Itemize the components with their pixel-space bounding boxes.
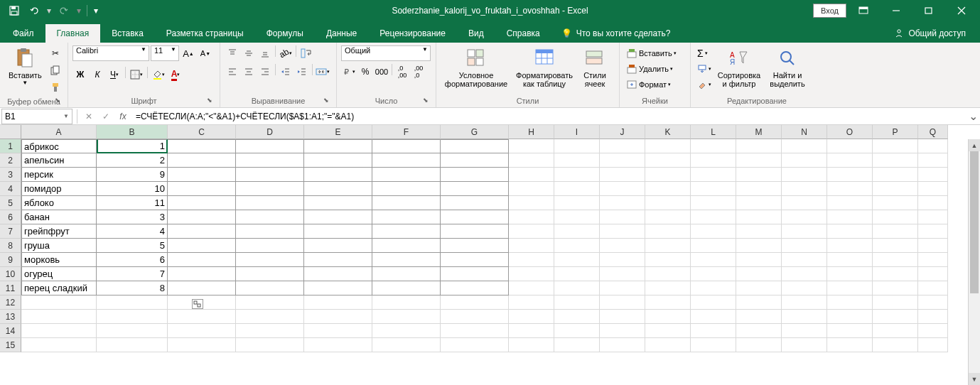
cell-I14[interactable] [554, 324, 600, 338]
row-header-4[interactable]: 4 [0, 182, 21, 196]
cell-F14[interactable] [372, 324, 441, 338]
vertical-scrollbar[interactable]: ▲ ▼ [968, 139, 980, 385]
undo-dropdown-icon[interactable]: ▾ [45, 2, 53, 19]
cell-M3[interactable] [736, 168, 782, 182]
format-as-table-button[interactable]: Форматировать как таблицу [513, 45, 576, 94]
cell-J12[interactable] [600, 295, 645, 310]
cell-F15[interactable] [372, 338, 441, 352]
cell-J10[interactable] [600, 267, 645, 281]
cell-G11[interactable] [441, 281, 509, 295]
cell-C11[interactable] [168, 281, 236, 295]
cell-J13[interactable] [600, 310, 645, 324]
cell-P11[interactable] [873, 281, 918, 295]
cell-L15[interactable] [691, 338, 736, 352]
cell-D4[interactable] [236, 182, 304, 196]
cell-P6[interactable] [873, 210, 918, 224]
cell-Q13[interactable] [918, 310, 948, 324]
cell-O7[interactable] [827, 224, 873, 239]
cell-D3[interactable] [236, 168, 304, 182]
cell-styles-button[interactable]: Стили ячеек [577, 45, 613, 94]
cell-M13[interactable] [736, 310, 782, 324]
row-header-15[interactable]: 15 [0, 338, 21, 352]
cell-K10[interactable] [645, 267, 691, 281]
cell-E11[interactable] [304, 281, 372, 295]
cell-I5[interactable] [554, 196, 600, 210]
redo-dropdown-icon[interactable]: ▾ [75, 2, 82, 19]
cell-J11[interactable] [600, 281, 645, 295]
cell-O10[interactable] [827, 267, 873, 281]
tab-data[interactable]: Данные [315, 24, 368, 43]
cell-B13[interactable] [97, 310, 168, 324]
cell-I12[interactable] [554, 295, 600, 310]
cell-E7[interactable] [304, 224, 372, 239]
cell-N5[interactable] [782, 196, 827, 210]
cell-Q11[interactable] [918, 281, 948, 295]
increase-decimal-button[interactable]: ,0,00 [394, 64, 410, 80]
accounting-format-button[interactable]: ₽▾ [341, 64, 357, 80]
cell-K3[interactable] [645, 168, 691, 182]
expand-formula-bar-button[interactable]: ⌄ [966, 109, 980, 123]
cell-A6[interactable]: банан [21, 210, 97, 224]
cell-L12[interactable] [691, 295, 736, 310]
cell-H13[interactable] [509, 310, 554, 324]
cut-button[interactable]: ✂ [48, 45, 63, 61]
tab-layout[interactable]: Разметка страницы [155, 24, 255, 43]
cell-N1[interactable] [782, 139, 827, 153]
delete-cells-button[interactable]: Удалить▾ [624, 61, 675, 77]
cell-N2[interactable] [782, 153, 827, 168]
cell-P13[interactable] [873, 310, 918, 324]
cell-J8[interactable] [600, 239, 645, 253]
cell-M4[interactable] [736, 182, 782, 196]
cell-B15[interactable] [97, 338, 168, 352]
cell-P2[interactable] [873, 153, 918, 168]
insert-function-button[interactable]: fx [114, 109, 131, 124]
column-header-B[interactable]: B [97, 125, 168, 139]
cell-H1[interactable] [509, 139, 554, 153]
cell-K5[interactable] [645, 196, 691, 210]
cell-M1[interactable] [736, 139, 782, 153]
fill-button[interactable]: ▾ [695, 61, 714, 77]
cell-A12[interactable] [21, 295, 97, 310]
cell-C13[interactable] [168, 310, 236, 324]
cell-C15[interactable] [168, 338, 236, 352]
cell-G5[interactable] [441, 196, 509, 210]
column-header-G[interactable]: G [441, 125, 509, 139]
row-header-13[interactable]: 13 [0, 310, 21, 324]
cell-Q14[interactable] [918, 324, 948, 338]
cell-F12[interactable] [372, 295, 441, 310]
cell-H8[interactable] [509, 239, 554, 253]
cell-G9[interactable] [441, 253, 509, 267]
cell-C5[interactable] [168, 196, 236, 210]
cancel-formula-button[interactable]: ✕ [80, 109, 97, 124]
cell-F4[interactable] [372, 182, 441, 196]
tab-home[interactable]: Главная [45, 24, 101, 43]
cell-H14[interactable] [509, 324, 554, 338]
cell-L14[interactable] [691, 324, 736, 338]
cell-D2[interactable] [236, 153, 304, 168]
row-header-11[interactable]: 11 [0, 281, 21, 295]
font-name-select[interactable]: Calibri▼ [72, 45, 149, 61]
cell-P8[interactable] [873, 239, 918, 253]
cell-L1[interactable] [691, 139, 736, 153]
column-header-A[interactable]: A [21, 125, 97, 139]
underline-button[interactable]: Ч▾ [107, 67, 122, 82]
cell-O14[interactable] [827, 324, 873, 338]
cell-O5[interactable] [827, 196, 873, 210]
cell-I15[interactable] [554, 338, 600, 352]
borders-button[interactable]: ▾ [129, 67, 144, 82]
cell-N8[interactable] [782, 239, 827, 253]
accept-formula-button[interactable]: ✓ [97, 109, 114, 124]
cell-C14[interactable] [168, 324, 236, 338]
cell-D7[interactable] [236, 224, 304, 239]
formula-input[interactable] [131, 109, 966, 124]
cell-G8[interactable] [441, 239, 509, 253]
cell-I13[interactable] [554, 310, 600, 324]
cell-K7[interactable] [645, 224, 691, 239]
row-header-7[interactable]: 7 [0, 224, 21, 239]
cell-G12[interactable] [441, 295, 509, 310]
column-header-H[interactable]: H [509, 125, 554, 139]
cell-J3[interactable] [600, 168, 645, 182]
cell-D6[interactable] [236, 210, 304, 224]
cell-E13[interactable] [304, 310, 372, 324]
cell-H12[interactable] [509, 295, 554, 310]
